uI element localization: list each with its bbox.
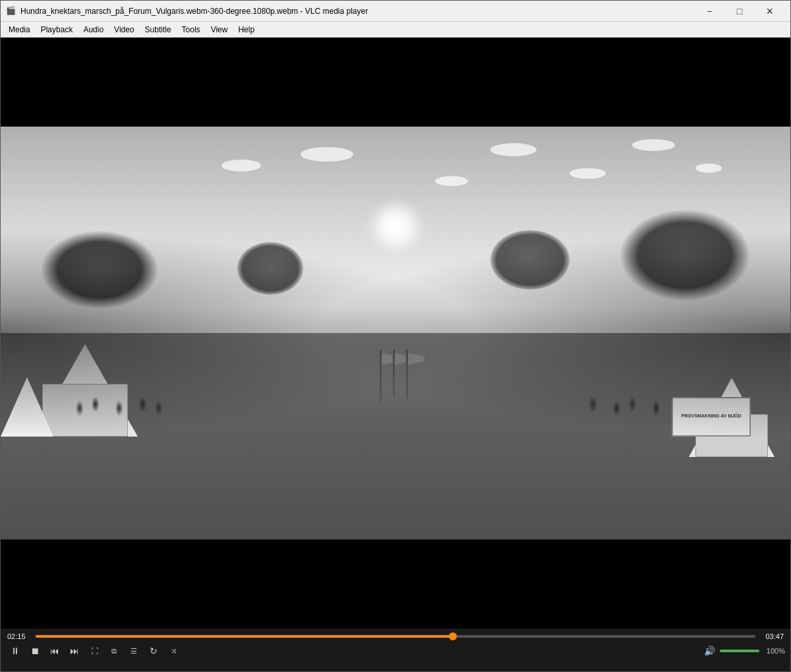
time-total: 03:47	[761, 632, 784, 640]
volume-button[interactable]: 🔊	[701, 643, 717, 659]
menu-video[interactable]: Video	[109, 22, 139, 37]
menu-subtitle[interactable]: Subtitle	[140, 22, 177, 37]
extended-button[interactable]: ⧉	[105, 642, 123, 660]
play-pause-button[interactable]: ⏸	[6, 642, 24, 660]
vlc-window: 🎬 Hundra_knektars_marsch_på_Forum_Vulgar…	[0, 0, 791, 672]
title-bar: 🎬 Hundra_knektars_marsch_på_Forum_Vulgar…	[1, 1, 790, 22]
window-title: Hundra_knektars_marsch_på_Forum_Vulgaris…	[20, 7, 690, 16]
fisheye-overlay	[1, 127, 790, 539]
volume-fill	[720, 650, 759, 652]
maximize-button[interactable]: □	[724, 1, 755, 22]
volume-area: 🔊 100%	[701, 643, 785, 659]
menu-media[interactable]: Media	[3, 22, 36, 37]
fullscreen-button[interactable]: ⛶	[85, 642, 103, 660]
playlist-button[interactable]: ☰	[125, 642, 143, 660]
video-area[interactable]: PROVSMAKNING AV MJÖD	[1, 38, 790, 628]
volume-label: 100%	[762, 647, 785, 655]
video-scene: PROVSMAKNING AV MJÖD	[1, 127, 790, 539]
loop-button[interactable]: ↻	[144, 642, 163, 660]
progress-thumb	[449, 632, 457, 640]
next-button[interactable]: ⏭	[65, 642, 84, 660]
black-bar-top	[1, 38, 790, 127]
controls-bar: 02:15 03:47 ⏸ ⏹ ⏮ ⏭ ⛶ ⧉ ☰	[1, 628, 790, 671]
black-bar-bottom	[1, 539, 790, 628]
close-button[interactable]: ✕	[755, 1, 785, 22]
prev-button[interactable]: ⏮	[45, 642, 64, 660]
time-current: 02:15	[7, 632, 30, 640]
menu-audio[interactable]: Audio	[78, 22, 109, 37]
menu-tools[interactable]: Tools	[177, 22, 206, 37]
progress-bar[interactable]	[36, 635, 755, 638]
video-content: PROVSMAKNING AV MJÖD	[1, 38, 790, 628]
menu-help[interactable]: Help	[233, 22, 260, 37]
volume-bar[interactable]	[720, 650, 759, 652]
buttons-row: ⏸ ⏹ ⏮ ⏭ ⛶ ⧉ ☰ ↻ ⤮ 🔊	[1, 642, 790, 663]
menu-bar: Media Playback Audio Video Subtitle Tool…	[1, 22, 790, 38]
stop-button[interactable]: ⏹	[26, 642, 44, 660]
minimize-button[interactable]: −	[694, 1, 724, 22]
window-controls: − □ ✕	[694, 1, 785, 22]
app-icon: 🎬	[6, 6, 16, 16]
menu-view[interactable]: View	[206, 22, 233, 37]
progress-row: 02:15 03:47	[1, 628, 790, 642]
menu-playback[interactable]: Playback	[36, 22, 78, 37]
random-button[interactable]: ⤮	[164, 642, 183, 660]
progress-fill	[36, 635, 453, 638]
